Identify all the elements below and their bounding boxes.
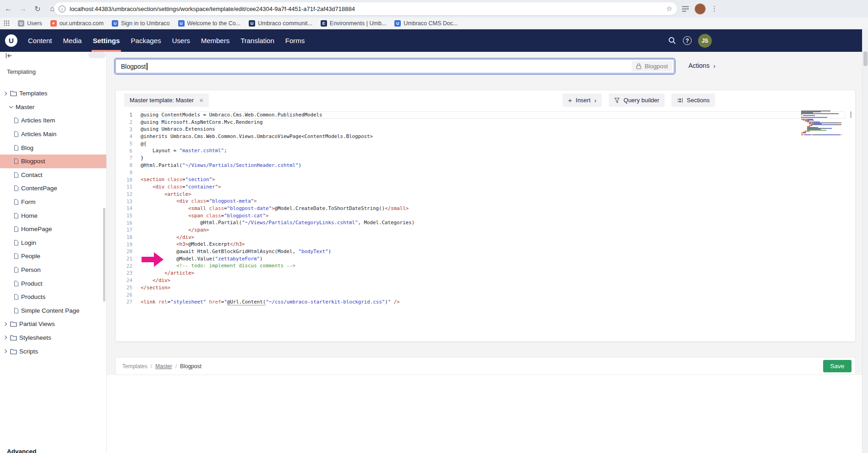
tree-caret-icon[interactable] — [8, 105, 13, 110]
tree-caret-icon[interactable] — [3, 91, 8, 96]
sidebar-scrollbar-thumb[interactable] — [103, 208, 105, 302]
tree-item-articles-main[interactable]: Articles Main — [0, 127, 106, 141]
bookmark-item[interactable]: ♥our.umbraco.com — [47, 18, 108, 28]
alias-chip[interactable]: Blogpost — [632, 61, 672, 72]
code-line-16[interactable]: 16 @Html.Partial("~/Views/Partials/Categ… — [116, 219, 855, 226]
close-icon[interactable]: × — [199, 97, 203, 104]
code-line-14[interactable]: 14 <small class="blogpost-date">@Model.C… — [116, 205, 855, 212]
tree-item-scripts[interactable]: Scripts — [0, 344, 106, 358]
site-info-icon[interactable]: i — [59, 6, 66, 12]
browser-profile-avatar[interactable] — [694, 3, 706, 15]
code-line-24[interactable]: 24 </div> — [116, 277, 855, 284]
code-line-22[interactable]: 22 <!-- todo: implement discus comments … — [116, 262, 855, 270]
window-scrollbar-thumb[interactable] — [863, 51, 868, 66]
tree-caret-icon[interactable] — [3, 335, 8, 340]
tree-item-blog[interactable]: Blog — [0, 141, 106, 155]
tree-item-partial-views[interactable]: Partial Views — [0, 317, 106, 331]
bookmark-item[interactable]: UUmbraco communit... — [245, 18, 316, 28]
tree-item-simple-content-page[interactable]: Simple Content Page — [0, 304, 106, 318]
tree-item-login[interactable]: Login — [0, 236, 106, 250]
sections-button[interactable]: Sections — [671, 94, 715, 107]
collapse-sidebar-icon[interactable] — [5, 53, 12, 59]
nav-item-members[interactable]: Members — [200, 29, 231, 52]
tree-item-blogpost[interactable]: Blogpost — [0, 155, 106, 168]
code-line-8[interactable]: 8@Html.Partial("~/Views/Partials/Section… — [116, 162, 855, 169]
insert-button[interactable]: + Insert › — [562, 94, 602, 107]
code-line-19[interactable]: 19 <h3>@Model.Excerpt</h3> — [116, 241, 855, 248]
bookmark-item[interactable]: UWelcome to the Co... — [175, 18, 245, 28]
code-line-11[interactable]: 11 <div class="container"> — [116, 183, 855, 191]
browser-menu-icon[interactable]: ⋮ — [711, 5, 718, 13]
template-name-input[interactable] — [115, 59, 674, 73]
code-editor[interactable]: 1@using ContentModels = Umbraco.Cms.Web.… — [116, 110, 855, 341]
sidebar-advanced-toggle[interactable]: Advanced — [7, 448, 37, 453]
breadcrumb-item-templates[interactable]: Templates — [122, 363, 147, 370]
nav-item-users[interactable]: Users — [171, 29, 191, 52]
code-line-20[interactable]: 20 @await Html.GetBlockGridHtmlAsync(Mod… — [116, 248, 855, 255]
apps-grid-icon[interactable] — [4, 20, 10, 26]
actions-button[interactable]: Actions › — [688, 62, 715, 69]
code-line-3[interactable]: 3@using Umbraco.Extensions — [116, 126, 855, 133]
code-line-15[interactable]: 15 <span class="blogpost-cat"> — [116, 212, 855, 220]
code-line-10[interactable]: 10<section class="section"> — [116, 176, 855, 183]
minimap[interactable] — [801, 110, 841, 135]
tree-item-home[interactable]: Home — [0, 209, 106, 222]
tree-item-templates[interactable]: Templates — [0, 87, 106, 100]
code-line-6[interactable]: 6 Layout = "master.cshtml"; — [116, 147, 855, 155]
code-line-9[interactable]: 9 — [116, 169, 855, 177]
tree-item-contentpage[interactable]: ContentPage — [0, 182, 106, 195]
nav-item-media[interactable]: Media — [62, 29, 83, 52]
tree-item-person[interactable]: Person — [0, 263, 106, 277]
bookmark-item[interactable]: EEnvironments | Umb... — [317, 18, 390, 28]
forward-icon[interactable]: → — [16, 2, 29, 15]
bookmark-star-icon[interactable]: ☆ — [666, 5, 672, 13]
nav-item-forms[interactable]: Forms — [284, 29, 306, 52]
query-builder-button[interactable]: Query builder — [609, 94, 665, 107]
code-line-2[interactable]: 2@using Microsoft.AspNetCore.Mvc.Renderi… — [116, 119, 855, 126]
address-bar[interactable]: i localhost:44383/umbraco/section/settin… — [54, 2, 677, 15]
tree-item-people[interactable]: People — [0, 249, 106, 263]
code-line-18[interactable]: 18 </div> — [116, 234, 855, 241]
reload-icon[interactable]: ↻ — [31, 2, 44, 15]
code-line-27[interactable]: 27<link rel="stylesheet" href="@Url.Cont… — [116, 298, 855, 306]
tree-caret-icon[interactable] — [3, 321, 8, 326]
code-line-21[interactable]: 21 @Model.Value("zettabyteForm") — [116, 255, 855, 263]
editor-scrollbar-thumb[interactable] — [850, 111, 852, 118]
code-line-1[interactable]: 1@using ContentModels = Umbraco.Cms.Web.… — [116, 111, 855, 119]
code-line-4[interactable]: 4@inherits Umbraco.Cms.Web.Common.Views.… — [116, 133, 855, 140]
breadcrumb-item-master[interactable]: Master — [155, 363, 172, 370]
window-scrollbar[interactable] — [862, 28, 868, 453]
code-line-13[interactable]: 13 <div class="blogpost-meta"> — [116, 198, 855, 205]
user-avatar[interactable]: JS — [698, 34, 712, 48]
search-icon[interactable] — [668, 36, 677, 45]
umbraco-logo-icon[interactable]: U — [5, 34, 17, 47]
tree-item-products[interactable]: Products — [0, 290, 106, 304]
bookmark-item[interactable]: UUsers — [14, 18, 46, 28]
tree-item-contact[interactable]: Contact — [0, 168, 106, 182]
code-line-7[interactable]: 7} — [116, 155, 855, 162]
breadcrumb-item-blogpost[interactable]: Blogpost — [180, 363, 202, 370]
tree-caret-icon[interactable] — [3, 349, 8, 354]
save-button[interactable]: Save — [823, 360, 852, 372]
side-panel-icon[interactable] — [682, 6, 689, 12]
tree-item-articles-item[interactable]: Articles Item — [0, 114, 106, 127]
nav-item-packages[interactable]: Packages — [130, 29, 162, 52]
tree-item-product[interactable]: Product — [0, 276, 106, 290]
tree-item-master[interactable]: Master — [0, 100, 106, 114]
bookmark-item[interactable]: USign in to Umbraco — [108, 18, 173, 28]
code-line-5[interactable]: 5@{ — [116, 140, 855, 148]
back-icon[interactable]: ← — [2, 2, 15, 15]
code-line-25[interactable]: 25</section> — [116, 284, 855, 292]
tree-item-form[interactable]: Form — [0, 195, 106, 209]
tree-item-homepage[interactable]: HomePage — [0, 222, 106, 236]
nav-item-settings[interactable]: Settings — [92, 29, 120, 52]
help-icon[interactable]: ? — [683, 36, 692, 45]
nav-item-content[interactable]: Content — [27, 29, 53, 52]
sidebar-top-chip[interactable] — [88, 52, 106, 58]
tree-item-stylesheets[interactable]: Stylesheets — [0, 331, 106, 345]
code-line-23[interactable]: 23 </article> — [116, 270, 855, 277]
code-line-26[interactable]: 26 — [116, 291, 855, 298]
bookmark-item[interactable]: UUmbraco CMS Doc... — [391, 18, 461, 28]
nav-item-translation[interactable]: Translation — [240, 29, 275, 52]
master-template-tab[interactable]: Master template: Master × — [124, 94, 209, 107]
